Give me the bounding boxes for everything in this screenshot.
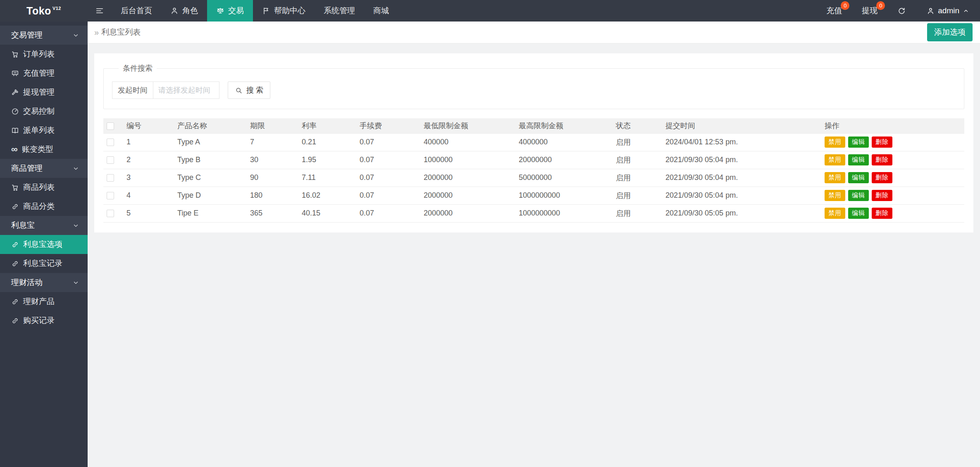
sidebar-item-label: 理财产品	[23, 296, 55, 307]
disable-button[interactable]: 禁用	[825, 137, 845, 148]
search-panel-legend: 条件搜索	[119, 63, 157, 73]
nav-item-帮助中心[interactable]: 帮助中心	[253, 0, 315, 22]
sidebar-item-订单列表[interactable]: 订单列表	[0, 45, 88, 64]
sidebar-section-利息宝[interactable]: 利息宝	[0, 216, 88, 235]
delete-button[interactable]: 删除	[872, 190, 892, 201]
col-product-name: 产品名称	[176, 118, 248, 133]
cell-max: 50000000	[517, 169, 614, 187]
disable-button[interactable]: 禁用	[825, 154, 845, 165]
cell-time: 2021/09/30 05:04 pm.	[664, 169, 823, 187]
refresh-button[interactable]	[887, 0, 916, 22]
nav-item-商城[interactable]: 商城	[364, 0, 398, 22]
sidebar-section-交易管理[interactable]: 交易管理	[0, 26, 88, 45]
cell-actions: 禁用编辑删除	[823, 187, 964, 204]
table-row: 5Tipe E36540.150.0720000001000000000启用20…	[103, 204, 964, 222]
cell-actions: 禁用编辑删除	[823, 204, 964, 222]
hamburger-icon	[95, 6, 104, 15]
brand-logo[interactable]: Toko V12	[0, 0, 88, 22]
nav-item-label: 系统管理	[324, 5, 355, 16]
col-submit-time: 提交时间	[664, 118, 823, 133]
disable-button[interactable]: 禁用	[825, 208, 845, 219]
sidebar-item-提现管理[interactable]: 提现管理	[0, 83, 88, 102]
cell-rate: 1.95	[300, 151, 358, 169]
cell-actions: 禁用编辑删除	[823, 151, 964, 169]
main-area: » 利息宝列表 添加选项 条件搜索 发起时间 搜 索	[88, 22, 980, 467]
user-icon	[927, 7, 935, 15]
chevron-down-icon	[72, 32, 79, 39]
cell-status: 启用	[614, 204, 664, 222]
edit-button[interactable]: 编辑	[848, 208, 869, 219]
sidebar-item-理财产品[interactable]: 理财产品	[0, 292, 88, 311]
cell-rate: 0.21	[300, 133, 358, 151]
sidebar-item-商品列表[interactable]: 商品列表	[0, 178, 88, 197]
top-navbar: Toko V12 后台首页角色交易帮助中心系统管理商城 充值 0 提现 0 ad…	[0, 0, 980, 22]
sidebar-item-label: 商品列表	[23, 182, 55, 193]
nav-item-系统管理[interactable]: 系统管理	[315, 0, 364, 22]
cell-status: 启用	[614, 151, 664, 169]
sidebar-item-利息宝选项[interactable]: 利息宝选项	[0, 235, 88, 254]
content-card: 条件搜索 发起时间 搜 索	[94, 53, 973, 232]
chevron-down-icon	[72, 279, 79, 286]
select-all-checkbox[interactable]	[107, 122, 114, 130]
delete-button[interactable]: 删除	[872, 208, 892, 219]
row-checkbox[interactable]	[107, 139, 114, 146]
chevron-up-icon	[963, 7, 969, 14]
nav-item-后台首页[interactable]: 后台首页	[112, 0, 161, 22]
cell-fee: 0.07	[358, 204, 422, 222]
sidebar-item-label: 交易控制	[23, 106, 55, 117]
nav-item-角色[interactable]: 角色	[161, 0, 207, 22]
delete-button[interactable]: 删除	[872, 172, 892, 183]
disable-button[interactable]: 禁用	[825, 172, 845, 183]
sidebar-item-充值管理[interactable]: 充值管理	[0, 64, 88, 83]
edit-button[interactable]: 编辑	[848, 190, 869, 201]
cell-status: 启用	[614, 169, 664, 187]
nav-item-交易[interactable]: 交易	[207, 0, 253, 22]
nav-item-label: 角色	[182, 5, 198, 16]
row-checkbox[interactable]	[107, 174, 114, 182]
sidebar-item-商品分类[interactable]: 商品分类	[0, 197, 88, 216]
sidebar-section-商品管理[interactable]: 商品管理	[0, 159, 88, 178]
cell-fee: 0.07	[358, 133, 422, 151]
withdraw-link[interactable]: 提现 0	[852, 0, 887, 22]
edit-button[interactable]: 编辑	[848, 137, 869, 148]
user-name: admin	[938, 6, 959, 15]
recharge-link[interactable]: 充值 0	[816, 0, 852, 22]
row-checkbox[interactable]	[107, 210, 114, 217]
sidebar-item-label: 订单列表	[23, 49, 55, 60]
search-button[interactable]: 搜 索	[228, 81, 270, 99]
cell-min: 400000	[422, 133, 517, 151]
link-icon	[11, 298, 19, 306]
cell-rate: 16.02	[300, 187, 358, 204]
cell-max: 1000000000	[517, 187, 614, 204]
delete-button[interactable]: 删除	[872, 154, 892, 165]
sidebar-item-利息宝记录[interactable]: 利息宝记录	[0, 254, 88, 273]
row-checkbox[interactable]	[107, 156, 114, 164]
date-input[interactable]	[153, 81, 219, 99]
row-checkbox[interactable]	[107, 192, 114, 199]
delete-button[interactable]: 删除	[872, 137, 892, 148]
sidebar-item-账变类型[interactable]: ∞账变类型	[0, 140, 88, 159]
recharge-label: 充值	[826, 5, 842, 16]
link-icon	[11, 317, 19, 325]
edit-button[interactable]: 编辑	[848, 154, 869, 165]
gauge-icon	[11, 108, 19, 115]
withdraw-label: 提现	[862, 5, 877, 16]
sidebar-item-交易控制[interactable]: 交易控制	[0, 102, 88, 121]
sidebar-item-label: 购买记录	[23, 315, 55, 326]
sidebar-item-派单列表[interactable]: 派单列表	[0, 121, 88, 140]
sidebar-item-label: 充值管理	[23, 68, 55, 79]
cell-status: 启用	[614, 133, 664, 151]
sidebar-item-label: 派单列表	[23, 125, 55, 136]
cell-fee: 0.07	[358, 187, 422, 204]
sidebar-section-理财活动[interactable]: 理财活动	[0, 273, 88, 292]
menu-toggle-icon[interactable]	[88, 0, 112, 22]
breadcrumb: » 利息宝列表	[94, 27, 141, 38]
link-icon	[11, 260, 19, 268]
sidebar-item-购买记录[interactable]: 购买记录	[0, 311, 88, 330]
sidebar-section-label: 商品管理	[11, 163, 43, 174]
edit-button[interactable]: 编辑	[848, 172, 869, 183]
cell-name: Type C	[176, 169, 248, 187]
user-menu[interactable]: admin	[916, 0, 980, 22]
disable-button[interactable]: 禁用	[825, 190, 845, 201]
add-option-button[interactable]: 添加选项	[927, 23, 973, 41]
